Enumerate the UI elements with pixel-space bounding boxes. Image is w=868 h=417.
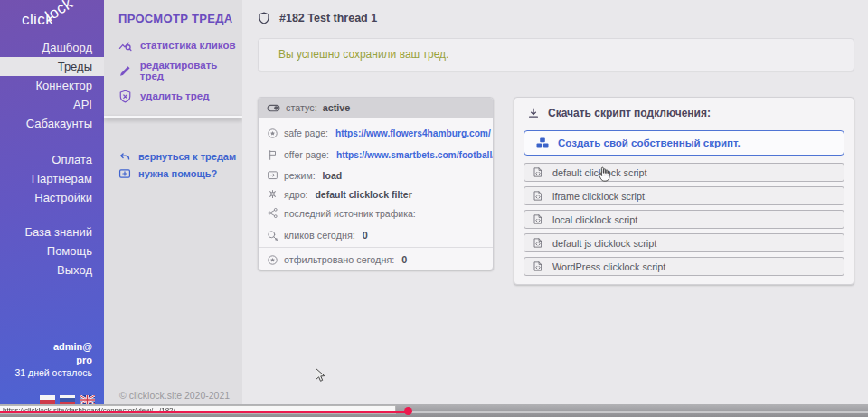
mode-row: режим: load xyxy=(259,166,493,185)
action-label: статистика кликов xyxy=(140,40,236,51)
default-js-clicklock-script-button[interactable]: default js clicklock script xyxy=(524,233,844,252)
core-row: ядро: default clicklock filter xyxy=(259,185,493,204)
sidebar-item-payment[interactable]: Оплата xyxy=(0,150,104,169)
button-label: default clicklock script xyxy=(552,167,646,178)
sidebar-item-dashboard[interactable]: Дашборд xyxy=(0,38,104,57)
download-scripts-card: Скачать скрипт подключения: Создать свой… xyxy=(514,97,854,285)
click-icon xyxy=(267,230,278,242)
account-plan: pro xyxy=(0,354,92,367)
file-code-icon xyxy=(533,166,543,178)
thread-header: #182 Test thread 1 xyxy=(258,11,377,25)
russia-flag[interactable] xyxy=(60,395,75,404)
sidebar-item-help[interactable]: Помощь xyxy=(0,242,104,261)
row-label: режим: xyxy=(284,170,316,181)
sidebar-item-logout[interactable]: Выход xyxy=(0,261,104,280)
row-label: кликов сегодня: xyxy=(284,230,355,241)
scripts-card-header: Скачать скрипт подключения: xyxy=(527,105,844,121)
sidebar-item-connector[interactable]: Коннектор xyxy=(0,76,104,95)
safe-page-link[interactable]: https://www.flowers4hamburg.com/ xyxy=(335,128,491,138)
delete-shield-icon xyxy=(118,90,132,103)
stats-icon xyxy=(118,39,132,52)
offer-page-row: offer page: https://www.smartbets.com/fo… xyxy=(259,144,493,166)
local-clicklock-script-button[interactable]: local clicklock script xyxy=(524,210,844,229)
video-player-bar: https://clicklock.site/dashboard/connect… xyxy=(0,404,868,417)
shield-icon xyxy=(258,11,270,25)
safe-page-row: safe page: https://www.flowers4hamburg.c… xyxy=(259,122,493,144)
status-value: active xyxy=(323,102,351,113)
thread-delete-link[interactable]: удалить тред xyxy=(104,83,242,109)
button-label: local clicklock script xyxy=(552,214,637,225)
sidebar-nav: Дашборд Треды Коннектор API Сабакаунты О… xyxy=(0,38,104,280)
thread-menu-links: вернуться к тредам нужна помощь? xyxy=(104,147,242,182)
player-progress-played xyxy=(0,411,408,413)
help-plus-icon xyxy=(118,167,131,180)
button-label: iframe clicklock script xyxy=(552,191,645,202)
sidebar-item-threads[interactable]: Треды xyxy=(0,57,104,76)
edit-icon xyxy=(118,64,132,78)
clicks-today-value: 0 xyxy=(363,230,368,241)
link-label: нужна помощь? xyxy=(138,168,217,179)
last-traffic-source-row: последний источник трафика: xyxy=(259,204,493,223)
button-label: default js clicklock script xyxy=(552,238,656,249)
sidebar-item-partners[interactable]: Партнерам xyxy=(0,169,104,188)
thread-status-card: статус: active safe page: https://www.fl… xyxy=(258,97,494,270)
share-icon xyxy=(267,207,278,219)
iframe-clicklock-script-button[interactable]: iframe clicklock script xyxy=(524,186,844,205)
default-clicklock-script-button[interactable]: default clicklock script xyxy=(524,163,844,182)
sidebar-item-subaccounts[interactable]: Сабакаунты xyxy=(0,114,104,133)
thread-menu-panel: ПРОСМОТР ТРЕДА статистика кликов редакти… xyxy=(104,0,242,404)
menu-divider xyxy=(104,116,242,118)
file-code-icon xyxy=(533,190,543,202)
poland-flag[interactable] xyxy=(40,395,55,404)
row-label: safe page: xyxy=(284,128,328,138)
row-label: отфильтровано сегодня: xyxy=(284,254,394,265)
thread-stats-link[interactable]: статистика кликов xyxy=(104,33,242,58)
row-label: offer page: xyxy=(284,149,329,160)
file-code-icon xyxy=(533,213,543,225)
back-to-threads-link[interactable]: вернуться к тредам xyxy=(104,147,242,165)
success-alert: Вы успешно сохранили ваш тред. xyxy=(258,38,854,71)
action-label: удалить тред xyxy=(140,90,209,101)
file-code-icon xyxy=(533,237,543,249)
filtered-today-value: 0 xyxy=(401,254,407,265)
gear-icon xyxy=(267,188,278,200)
sidebar: clicklock Дашборд Треды Коннектор API Са… xyxy=(0,0,104,404)
scripts-card-title: Скачать скрипт подключения: xyxy=(548,107,711,119)
account-days-left: 31 дней осталось xyxy=(0,366,92,380)
button-label: WordPress clicklock script xyxy=(552,261,665,272)
account-info: admin@ pro 31 дней осталось xyxy=(0,340,104,380)
mode-value: load xyxy=(323,170,343,181)
sidebar-item-settings[interactable]: Настройки xyxy=(0,188,104,207)
copyright-footer: © clicklock.site 2020-2021 xyxy=(119,390,230,401)
badge-star-icon xyxy=(267,254,278,266)
sidebar-item-api[interactable]: API xyxy=(0,95,104,114)
mode-icon xyxy=(267,169,278,181)
filtered-today-row: отфильтровано сегодня: 0 xyxy=(259,247,493,270)
link-label: вернуться к тредам xyxy=(138,151,236,162)
row-label: ядро: xyxy=(284,189,307,200)
button-label: Создать свой собственный скрипт. xyxy=(558,137,741,148)
cubes-icon xyxy=(535,136,550,150)
thread-edit-link[interactable]: редактировать тред xyxy=(104,58,242,83)
wordpress-clicklock-script-button[interactable]: WordPress clicklock script xyxy=(524,257,844,276)
need-help-link[interactable]: нужна помощь? xyxy=(104,165,242,182)
main-content: #182 Test thread 1 Вы успешно сохранили … xyxy=(242,0,868,404)
uk-flag[interactable] xyxy=(80,395,95,404)
action-label: редактировать тред xyxy=(140,60,242,81)
thread-menu-title: ПРОСМОТР ТРЕДА xyxy=(118,12,232,25)
create-custom-script-button[interactable]: Создать свой собственный скрипт. xyxy=(524,130,844,156)
player-scrubber-knob[interactable] xyxy=(404,407,412,415)
row-label: последний источник трафика: xyxy=(284,208,416,219)
thread-menu-actions: статистика кликов редактировать тред уда… xyxy=(104,33,242,109)
back-arrow-icon xyxy=(118,150,131,163)
badge-star-icon xyxy=(267,128,278,139)
sidebar-item-knowledge-base[interactable]: База знаний xyxy=(0,223,104,242)
status-card-body: safe page: https://www.flowers4hamburg.c… xyxy=(259,118,493,223)
file-code-icon xyxy=(533,261,543,272)
core-value: default clicklock filter xyxy=(315,189,411,200)
language-switcher xyxy=(40,395,95,404)
clicks-today-row: кликов сегодня: 0 xyxy=(259,223,493,247)
flag-icon xyxy=(267,149,278,161)
toggle-icon xyxy=(267,101,280,115)
offer-page-link[interactable]: https://www.smartbets.com/football/tea..… xyxy=(336,150,493,160)
